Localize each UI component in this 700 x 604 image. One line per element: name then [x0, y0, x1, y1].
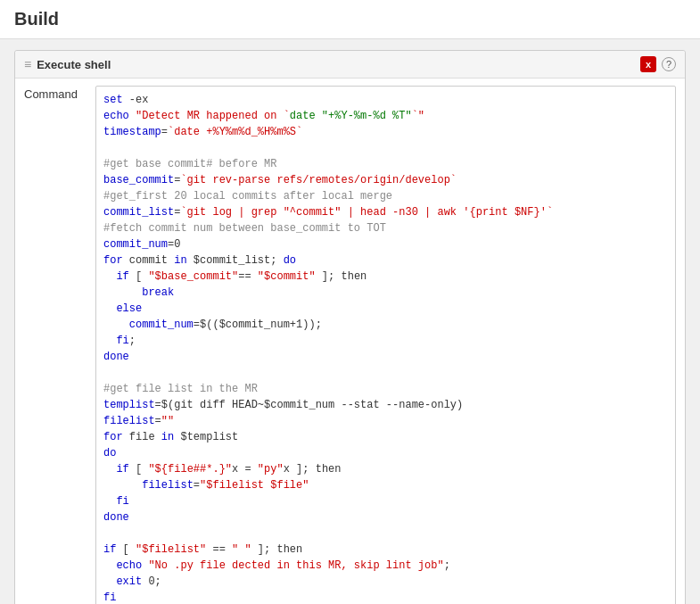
delete-button[interactable]: x: [640, 56, 656, 72]
command-label: Command: [24, 86, 95, 101]
section-title: Execute shell: [37, 58, 111, 71]
command-editor[interactable]: set -ex echo "Detect MR happened on `dat…: [95, 86, 676, 604]
help-icon[interactable]: ?: [662, 57, 676, 71]
drag-handle-icon: ≡: [24, 57, 31, 71]
section-header: ≡ Execute shell x ?: [15, 51, 685, 79]
page-header: Build: [0, 0, 700, 39]
execute-shell-section: ≡ Execute shell x ? Command set -ex echo…: [14, 50, 686, 604]
command-row: Command set -ex echo "Detect MR happened…: [15, 79, 685, 604]
section-actions: x ?: [640, 56, 676, 72]
page-title: Build: [14, 9, 59, 29]
main-content: ≡ Execute shell x ? Command set -ex echo…: [0, 39, 700, 604]
section-header-left: ≡ Execute shell: [24, 57, 111, 71]
